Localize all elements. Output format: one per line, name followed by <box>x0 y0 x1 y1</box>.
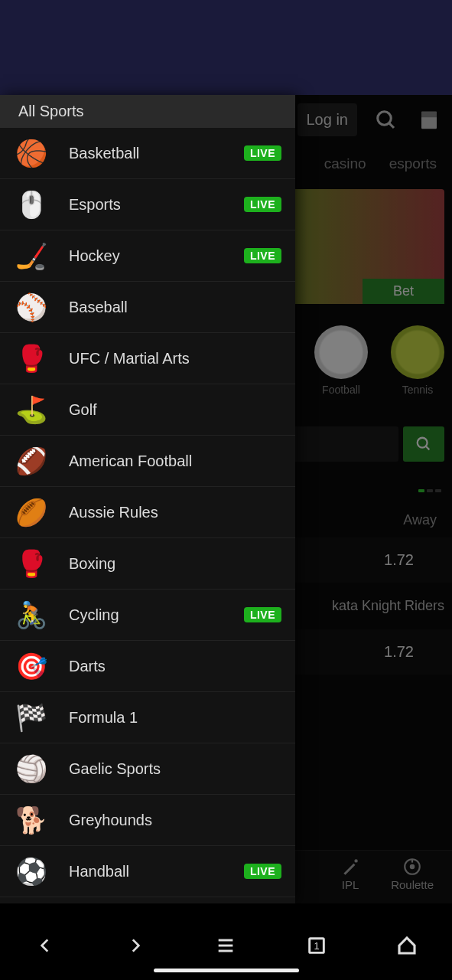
sidebar-item-hockey[interactable]: 🏒HockeyLIVE <box>0 230 295 282</box>
sidebar-item-label: Darts <box>69 658 106 675</box>
svg-line-1 <box>389 122 394 127</box>
darts-icon: 🎯 <box>15 650 47 682</box>
cycling-icon: 🚴 <box>15 599 47 631</box>
sport-chip-football[interactable]: Football <box>314 325 368 396</box>
american-football-icon: 🏈 <box>15 445 47 477</box>
sidebar-item-label: Boxing <box>69 555 115 573</box>
boxing-icon: 🥊 <box>15 547 47 580</box>
sidebar-item-golf[interactable]: ⛳Golf <box>0 384 295 436</box>
cricket-icon <box>340 857 360 877</box>
greyhounds-icon: 🐕 <box>15 804 47 836</box>
svg-point-8 <box>411 865 414 868</box>
sidebar-item-label: Cycling <box>69 606 119 624</box>
gaelic-sports-icon: 🏐 <box>15 753 47 785</box>
sidebar-title: All Sports <box>18 103 84 120</box>
sidebar-item-label: Hockey <box>69 247 120 265</box>
live-badge: LIVE <box>244 607 281 622</box>
login-button[interactable]: Log in <box>298 103 358 136</box>
live-badge: LIVE <box>244 145 281 161</box>
formula-1-icon: 🏁 <box>15 701 47 733</box>
odds-value: 1.72 <box>384 643 414 661</box>
sidebar-item-label: Golf <box>69 401 97 419</box>
sidebar-item-label: UFC / Martial Arts <box>69 350 190 368</box>
status-bar <box>0 0 452 95</box>
svg-point-6 <box>355 859 358 862</box>
home-indicator <box>154 969 299 972</box>
svg-line-5 <box>426 446 430 450</box>
sidebar-item-handball[interactable]: ⚽HandballLIVE <box>0 846 295 897</box>
sidebar-item-label: Aussie Rules <box>69 504 158 521</box>
sidebar-item-aussie-rules[interactable]: 🏉Aussie Rules <box>0 487 295 538</box>
sidebar-item-boxing[interactable]: 🥊Boxing <box>0 538 295 590</box>
sidebar-item-label: American Football <box>69 452 192 470</box>
sidebar-item-formula-1[interactable]: 🏁Formula 1 <box>0 692 295 743</box>
esports-icon: 🖱️ <box>15 188 47 220</box>
live-badge: LIVE <box>244 864 281 879</box>
sport-list: 🏀BasketballLIVE🖱️EsportsLIVE🏒HockeyLIVE⚾… <box>0 128 295 897</box>
tab-casino[interactable]: casino <box>324 155 366 172</box>
golf-icon: ⛳ <box>15 394 47 426</box>
hockey-icon: 🏒 <box>15 240 47 272</box>
basketball-icon: 🏀 <box>15 137 47 169</box>
sidebar-item-gaelic-sports[interactable]: 🏐Gaelic Sports <box>0 743 295 795</box>
quick-label: Roulette <box>391 878 434 891</box>
sport-chip-tennis[interactable]: Tennis <box>391 325 444 396</box>
tennis-icon <box>391 325 444 379</box>
promo-bet-button[interactable]: Bet <box>363 279 444 304</box>
handball-icon: ⚽ <box>15 855 47 887</box>
quick-roulette[interactable]: Roulette <box>391 857 434 897</box>
forward-button[interactable] <box>122 933 148 959</box>
odds-away-label: Away <box>403 512 437 528</box>
sidebar-item-label: Formula 1 <box>69 709 138 727</box>
betslip-icon[interactable] <box>415 106 443 134</box>
sidebar-item-label: Gaelic Sports <box>69 760 161 778</box>
sidebar-item-label: Handball <box>69 863 129 880</box>
sidebar-item-basketball[interactable]: 🏀BasketballLIVE <box>0 128 295 179</box>
menu-button[interactable] <box>213 933 239 959</box>
sports-sidebar: All Sports 🏀BasketballLIVE🖱️EsportsLIVE🏒… <box>0 95 295 903</box>
sidebar-item-esports[interactable]: 🖱️EsportsLIVE <box>0 179 295 230</box>
live-badge: LIVE <box>244 197 281 212</box>
quick-label: IPL <box>342 878 359 891</box>
tabs-button[interactable]: 1 <box>304 933 330 959</box>
system-nav: 1 <box>0 903 452 980</box>
svg-point-4 <box>418 438 428 448</box>
sidebar-item-label: Esports <box>69 196 121 214</box>
roulette-icon <box>402 857 422 877</box>
search-go-button[interactable] <box>403 426 444 462</box>
sidebar-item-baseball[interactable]: ⚾Baseball <box>0 282 295 333</box>
sidebar-item-cycling[interactable]: 🚴CyclingLIVE <box>0 590 295 641</box>
search-icon[interactable] <box>372 106 400 134</box>
quick-ipl[interactable]: IPL <box>340 857 360 897</box>
sidebar-item-label: Basketball <box>69 145 139 162</box>
sidebar-item-american-football[interactable]: 🏈American Football <box>0 436 295 487</box>
svg-point-0 <box>378 111 392 125</box>
svg-text:1: 1 <box>314 940 319 952</box>
svg-rect-3 <box>421 111 437 117</box>
sidebar-item-ufc-martial-arts[interactable]: 🥊UFC / Martial Arts <box>0 333 295 384</box>
odds-value: 1.72 <box>384 551 414 569</box>
sport-chip-label: Tennis <box>391 384 444 396</box>
sidebar-header[interactable]: All Sports <box>0 95 295 128</box>
sidebar-item-label: Baseball <box>69 299 128 316</box>
app-area: Log in casino esports Bet Football Tenni… <box>0 95 452 903</box>
baseball-icon: ⚾ <box>15 291 47 323</box>
sidebar-item-greyhounds[interactable]: 🐕Greyhounds <box>0 795 295 846</box>
football-icon <box>314 325 368 379</box>
tab-esports[interactable]: esports <box>389 155 437 172</box>
home-button[interactable] <box>394 933 420 959</box>
ufc-martial-arts-icon: 🥊 <box>15 342 47 374</box>
back-button[interactable] <box>32 933 58 959</box>
live-badge: LIVE <box>244 248 281 263</box>
sidebar-item-label: Greyhounds <box>69 812 152 829</box>
sidebar-item-darts[interactable]: 🎯Darts <box>0 641 295 692</box>
aussie-rules-icon: 🏉 <box>15 496 47 528</box>
sport-chip-label: Football <box>314 384 368 396</box>
